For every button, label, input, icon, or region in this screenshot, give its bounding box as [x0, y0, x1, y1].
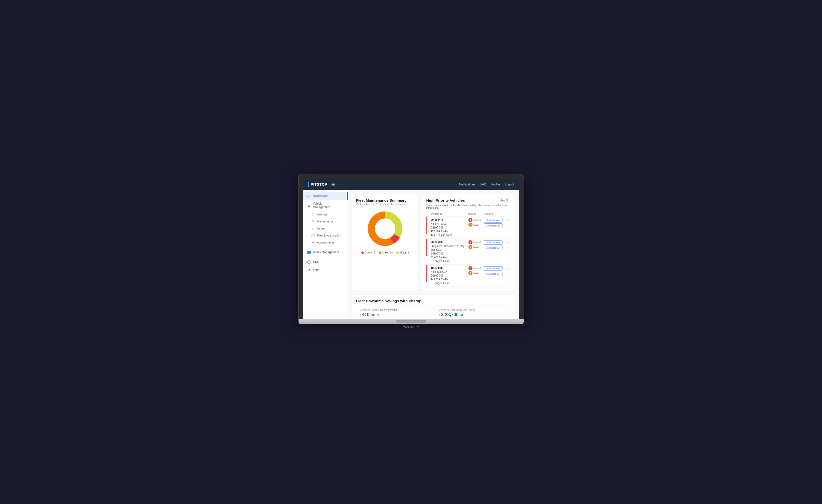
chart-legend: Critical: 2 Major: 14 Mino: [361, 251, 409, 254]
sidebar: ☍ Dashboard ▲ Vehicle Management ⌃ ☐ Veh…: [303, 190, 348, 319]
sidebar-item-vehicles[interactable]: ☐ Vehicles: [303, 211, 348, 218]
fleet-maintenance-card: Fleet Maintenance Summary Click on the c…: [352, 194, 418, 291]
high-priority-description: These issues should be handled immediate…: [426, 204, 511, 209]
major-dot: [379, 251, 381, 254]
book-service-button-1[interactable]: Book Service: [484, 218, 503, 222]
laptop-notch: [396, 320, 426, 323]
major-badge-2: 5 Major: [468, 245, 479, 249]
chat-icon: 💬: [307, 260, 311, 264]
critical-badge-2: 1 Critical: [468, 240, 481, 244]
sidebar-item-labs[interactable]: ⚗ Labs: [303, 266, 348, 274]
donut-chart[interactable]: [365, 209, 405, 249]
high-priority-header: High Priority Vehicles View All: [426, 198, 511, 203]
vehicles-table: Vehicle ID Issues Actions: [426, 211, 511, 287]
vehicle-info-2: 20-836403 Freightliner Cascadia 125 Day …: [429, 238, 467, 265]
sidebar-item-issues[interactable]: △ Issues: [303, 225, 348, 232]
priority-bar-2: [426, 239, 427, 256]
vehicle-issues-1: 1 Critical 5 Major: [467, 216, 482, 239]
table-row: 20-685476 Hino NF 2017 DEMO-001 192,626.…: [426, 216, 511, 239]
fleet-maintenance-title: Fleet Maintenance Summary: [356, 198, 414, 202]
nav-faq[interactable]: FAQ: [480, 183, 486, 186]
fleet-maintenance-subtitle: Click on the chart for a detailed list o…: [356, 203, 414, 206]
downtime-hours-label: Downtime Hours Saved with Pitstop: [360, 308, 428, 311]
chevron-up-icon: ⌃: [342, 204, 344, 207]
sidebar-item-appointments[interactable]: ■ Appointments: [303, 239, 348, 246]
book-service-button-2[interactable]: Book Service: [484, 240, 503, 245]
legend-critical: Critical: 2: [361, 251, 375, 254]
downtime-cost-metric: Downtime Cost Saved with Pitstop ↓ $ 28,…: [435, 306, 511, 319]
priority-bar-3: [426, 265, 427, 282]
critical-badge-3: 0 Critical: [468, 266, 481, 270]
users-management-icon: 👥: [307, 250, 311, 254]
contact-driver-button-2[interactable]: Contact Driver: [484, 246, 503, 250]
legend-minor: Minor: 8: [396, 251, 409, 254]
table-row: 10-670386 Hino 338 2017 DEMO-003 148,653…: [426, 265, 511, 287]
high-priority-title: High Priority Vehicles: [426, 198, 465, 202]
nav-profile[interactable]: Profile: [491, 183, 500, 186]
donut-chart-container[interactable]: Critical: 2 Major: 14 Mino: [356, 209, 414, 254]
maintenance-icon: ✎: [311, 220, 315, 223]
sidebar-item-chat[interactable]: 💬 Chat: [303, 258, 348, 266]
downtime-hours-value: ↓ 410 .00 Hrs: [360, 312, 428, 317]
donut-hole: [376, 219, 395, 238]
col-expand: [426, 211, 429, 216]
chevron-down-icon: ⌄: [342, 251, 344, 254]
col-actions: Actions: [482, 211, 504, 216]
hours-arrow-icon: ↓: [360, 313, 362, 317]
appointments-icon: ■: [311, 241, 315, 244]
vehicle-actions-3: Book Service Contact Driver: [482, 265, 504, 287]
vehicle-actions-1: Book Service Contact Driver: [482, 216, 504, 239]
contact-driver-button-1[interactable]: Contact Driver: [484, 223, 503, 228]
expand-1[interactable]: +: [504, 216, 511, 239]
expand-icon-2[interactable]: +: [505, 240, 509, 244]
logo-bar: [308, 182, 309, 187]
expand-icon-3[interactable]: +: [505, 267, 509, 271]
book-service-button-3[interactable]: Book Service: [484, 266, 503, 271]
labs-icon: ⚗: [307, 268, 311, 272]
legend-major: Major: 14: [379, 251, 393, 254]
downtime-title: Fleet Downtime Savings with Pitstop: [356, 299, 511, 303]
major-badge-3: 2 Major: [468, 271, 479, 275]
dashboard-icon: ☍: [307, 194, 311, 198]
view-all-button[interactable]: View All: [497, 198, 511, 203]
location-icon: ◯: [311, 234, 315, 237]
critical-dot: [361, 251, 364, 254]
laptop-label: Macbook Pro: [299, 325, 524, 330]
downtime-cost-label: Downtime Cost Saved with Pitstop: [439, 308, 507, 311]
nav-notifications[interactable]: Notifications: [459, 183, 475, 186]
sidebar-item-maintenance[interactable]: ✎ Maintenance: [303, 218, 348, 225]
col-issues: Issues: [467, 211, 482, 216]
contact-driver-button-3[interactable]: Contact Driver: [484, 272, 503, 276]
main-content: Fleet Maintenance Summary Click on the c…: [348, 190, 519, 319]
expand-2[interactable]: +: [504, 238, 511, 265]
vehicle-management-icon: ▲: [307, 204, 311, 207]
sidebar-item-dashboard[interactable]: ☍ Dashboard: [303, 192, 348, 200]
vehicle-info-3: 10-670386 Hino 338 2017 DEMO-003 148,653…: [429, 265, 467, 287]
high-priority-card: High Priority Vehicles View All These is…: [422, 194, 515, 291]
expand-icon-1[interactable]: +: [505, 218, 509, 222]
vehicle-info-1: 20-685476 Hino NF 2017 DEMO-001 192,626.…: [429, 216, 467, 239]
sidebar-divider-1: [303, 247, 348, 247]
priority-bar-1: [426, 216, 427, 234]
critical-badge-1: 1 Critical: [468, 218, 481, 222]
top-nav: PITSTOP ☰ Notifications FAQ Profile Logo…: [303, 179, 519, 190]
sidebar-item-vehicle-management[interactable]: ▲ Vehicle Management ⌃: [303, 200, 348, 211]
vehicle-issues-2: 1 Critical 5 Major: [467, 238, 482, 265]
sidebar-item-users-management[interactable]: 👥 Users Management ⌄: [303, 248, 348, 256]
nav-links: Notifications FAQ Profile Logout: [459, 183, 514, 186]
downtime-savings-card: Fleet Downtime Savings with Pitstop Down…: [352, 295, 515, 319]
downtime-hours-metric: Downtime Hours Saved with Pitstop ↓ 410 …: [356, 306, 432, 319]
sidebar-item-fleet-live-location[interactable]: ◯ Fleet Live Location: [303, 232, 348, 239]
vehicles-icon: ☐: [311, 213, 315, 216]
vehicle-actions-2: Book Service Contact Driver: [482, 238, 504, 265]
downtime-cost-value: ↓ $ 28,700 .00: [439, 312, 507, 317]
hamburger-icon[interactable]: ☰: [331, 182, 335, 187]
issues-icon: △: [311, 227, 315, 230]
expand-3[interactable]: +: [504, 265, 511, 287]
downtime-metrics-grid: Downtime Hours Saved with Pitstop ↓ 410 …: [356, 306, 511, 319]
table-row: 20-836403 Freightliner Cascadia 125 Day …: [426, 238, 511, 265]
nav-logout[interactable]: Logout: [505, 183, 514, 186]
vehicle-issues-3: 0 Critical 2 Major: [467, 265, 482, 287]
minor-dot: [396, 251, 399, 254]
cost-arrow-icon: ↓: [439, 313, 441, 317]
